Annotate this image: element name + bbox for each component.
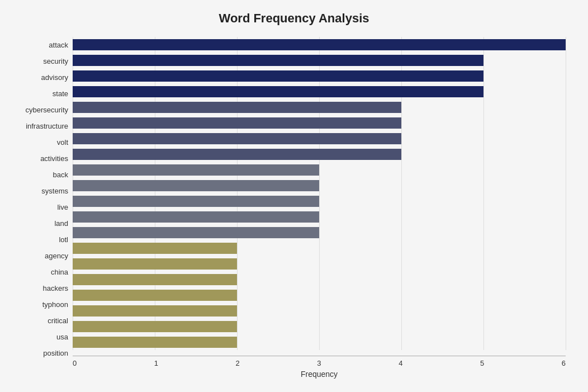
y-label: infrastructure [26, 119, 68, 134]
chart-container: Word Frequency Analysis attacksecurityad… [0, 0, 588, 392]
bar [73, 117, 401, 129]
bar-row [73, 225, 566, 240]
bar [73, 321, 237, 332]
bar [73, 55, 483, 66]
y-label: live [57, 200, 68, 215]
y-label: security [43, 54, 68, 69]
bar [73, 274, 237, 285]
bar [73, 102, 401, 113]
x-axis: 0123456 Frequency [73, 356, 577, 379]
bar [73, 337, 237, 348]
y-label: back [53, 168, 68, 182]
x-tick-label: 0 [73, 359, 77, 367]
x-axis-label: Frequency [73, 370, 566, 379]
bar [73, 227, 319, 238]
bar [73, 290, 237, 301]
x-tick-label: 6 [562, 359, 566, 367]
bar-row [73, 37, 566, 52]
y-label: position [43, 346, 68, 361]
y-label: cybersecurity [25, 103, 68, 117]
y-label: lotl [59, 233, 68, 247]
bar-row [73, 335, 566, 350]
y-label: volt [57, 135, 68, 150]
y-label: usa [56, 330, 68, 344]
y-axis-labels: attacksecurityadvisorystatecybersecurity… [11, 37, 73, 361]
bar [73, 258, 237, 270]
bar-row [73, 116, 566, 130]
x-tick-label: 5 [480, 359, 484, 367]
bar-row [73, 304, 566, 318]
bar-row [73, 319, 566, 334]
bar-row [73, 241, 566, 256]
bar [73, 39, 566, 50]
bar [73, 70, 483, 82]
y-label: systems [41, 184, 68, 199]
bar-row [73, 257, 566, 271]
bar [73, 305, 237, 317]
y-label: land [54, 216, 68, 231]
bar [73, 133, 401, 144]
bar-row [73, 69, 566, 83]
bar [73, 180, 319, 191]
bar-row [73, 100, 566, 115]
chart-title: Word Frequency Analysis [11, 6, 577, 37]
bar-row [73, 53, 566, 68]
bar [73, 149, 401, 160]
bar [73, 243, 237, 254]
x-tick-label: 4 [399, 359, 402, 367]
bar-row [73, 147, 566, 162]
x-tick-label: 2 [236, 359, 240, 367]
bar-row [73, 210, 566, 224]
bar [73, 86, 483, 97]
y-label: agency [45, 249, 68, 263]
bar [73, 164, 319, 176]
y-label: critical [48, 314, 68, 328]
bar [73, 196, 319, 207]
bar-row [73, 178, 566, 193]
x-tick-label: 3 [317, 359, 321, 367]
y-label: advisory [41, 70, 68, 85]
y-label: attack [49, 38, 68, 53]
y-label: activities [40, 152, 68, 166]
bar-row [73, 84, 566, 99]
bar [73, 211, 319, 223]
x-tick-label: 1 [154, 359, 158, 367]
bar-row [73, 194, 566, 209]
bar-row [73, 272, 566, 287]
bar-row [73, 288, 566, 303]
bar-row [73, 131, 566, 146]
y-label: state [53, 87, 68, 101]
y-label: hackers [42, 281, 68, 296]
y-label: china [51, 265, 68, 280]
bar-row [73, 163, 566, 177]
y-label: typhoon [42, 297, 68, 312]
